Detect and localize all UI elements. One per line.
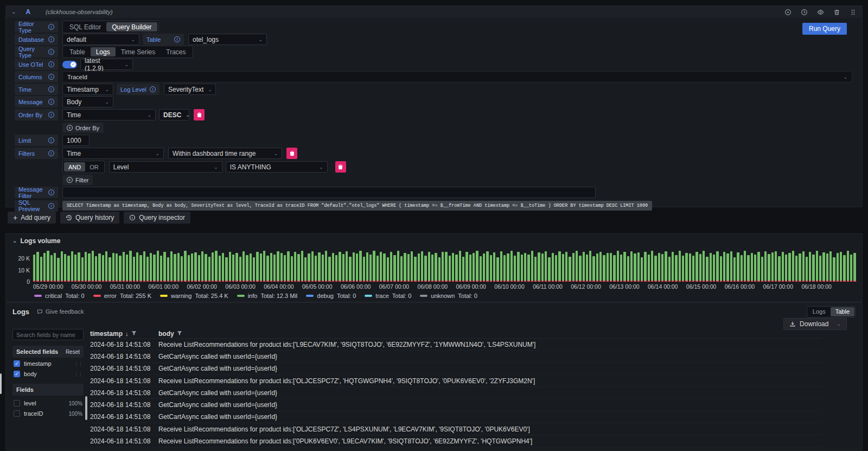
volume-bar[interactable] xyxy=(493,252,495,282)
volume-bar[interactable] xyxy=(754,255,756,282)
info-icon[interactable]: i xyxy=(48,36,54,42)
volume-bar[interactable] xyxy=(246,255,248,282)
volume-bar[interactable] xyxy=(675,255,677,282)
volume-bar[interactable] xyxy=(160,256,162,282)
filter-icon[interactable] xyxy=(131,330,137,338)
info-icon[interactable]: i xyxy=(48,137,54,143)
volume-bar[interactable] xyxy=(833,257,835,282)
volume-bar[interactable] xyxy=(315,256,317,282)
legend-item-debug[interactable]: debugTotal: 0 xyxy=(306,293,356,299)
volume-bar[interactable] xyxy=(661,254,663,282)
volume-bar[interactable] xyxy=(812,255,814,282)
volume-bar[interactable] xyxy=(235,253,238,282)
info-icon[interactable]: i xyxy=(48,61,54,67)
volume-bar[interactable] xyxy=(421,251,423,282)
volume-bar[interactable] xyxy=(627,256,629,282)
volume-bar[interactable] xyxy=(181,256,183,282)
or-option[interactable]: OR xyxy=(85,162,103,171)
volume-bar[interactable] xyxy=(795,256,797,282)
volume-bar[interactable] xyxy=(442,252,444,282)
logs-volume-header[interactable]: ⌄ Logs volume xyxy=(12,237,856,245)
volume-bar[interactable] xyxy=(843,255,845,282)
sort-desc-icon[interactable]: ↓ xyxy=(125,331,129,337)
volume-bar[interactable] xyxy=(311,251,314,282)
volume-bar[interactable] xyxy=(153,255,155,282)
volume-bar[interactable] xyxy=(266,256,269,282)
volume-bar[interactable] xyxy=(747,255,749,282)
legend-item-info[interactable]: infoTotal: 12.3 Mil xyxy=(237,293,298,299)
volume-bar[interactable] xyxy=(541,253,544,282)
volume-bar[interactable] xyxy=(116,253,118,282)
volume-bar[interactable] xyxy=(387,257,389,282)
volume-bar[interactable] xyxy=(198,255,200,282)
volume-bar[interactable] xyxy=(596,253,598,282)
field-checkbox[interactable] xyxy=(14,410,20,417)
volume-bar[interactable] xyxy=(418,253,420,282)
volume-bar[interactable] xyxy=(328,257,330,282)
volume-bar[interactable] xyxy=(689,253,691,282)
volume-bar[interactable] xyxy=(219,256,221,282)
volume-bar[interactable] xyxy=(397,251,399,282)
volume-bar[interactable] xyxy=(500,251,502,282)
volume-bar[interactable] xyxy=(668,257,671,282)
volume-bar[interactable] xyxy=(92,251,94,282)
volume-bar[interactable] xyxy=(562,254,564,282)
volume-bar[interactable] xyxy=(33,255,35,282)
volume-bar[interactable] xyxy=(332,253,334,282)
volume-bar[interactable] xyxy=(346,251,348,282)
volume-bar[interactable] xyxy=(191,253,193,282)
volume-bar[interactable] xyxy=(503,255,506,282)
volume-bar[interactable] xyxy=(150,253,152,282)
volume-bar[interactable] xyxy=(47,251,49,282)
volume-bar[interactable] xyxy=(847,251,849,282)
volume-bar[interactable] xyxy=(462,257,464,282)
volume-bar[interactable] xyxy=(339,252,341,282)
volume-bar[interactable] xyxy=(112,253,114,282)
volume-bar[interactable] xyxy=(802,251,805,282)
volume-bar[interactable] xyxy=(322,255,324,282)
volume-bar[interactable] xyxy=(212,252,214,282)
volume-bar[interactable] xyxy=(768,254,770,282)
volume-bar[interactable] xyxy=(67,256,69,282)
volume-bar[interactable] xyxy=(822,252,825,282)
volume-bar[interactable] xyxy=(318,252,320,282)
field-checkbox[interactable] xyxy=(14,400,20,406)
volume-bar[interactable] xyxy=(119,256,121,282)
volume-bar[interactable] xyxy=(699,254,701,282)
volume-bar[interactable] xyxy=(569,257,571,282)
view-option-logs[interactable]: Logs xyxy=(808,307,831,316)
volume-bar[interactable] xyxy=(284,255,286,282)
info-icon[interactable]: i xyxy=(48,112,54,118)
volume-bar[interactable] xyxy=(376,256,379,282)
download-button[interactable]: Download ⌄ xyxy=(783,318,847,330)
volume-bar[interactable] xyxy=(139,255,142,282)
volume-bar[interactable] xyxy=(733,257,736,282)
volume-bar[interactable] xyxy=(514,256,516,282)
columns-multiselect[interactable]: TraceId⌄ xyxy=(62,71,852,82)
volume-bar[interactable] xyxy=(785,255,787,282)
volume-bar[interactable] xyxy=(548,257,550,282)
volume-bar[interactable] xyxy=(737,252,739,282)
volume-bar[interactable] xyxy=(157,251,159,282)
volume-bar[interactable] xyxy=(792,251,794,282)
volume-bar[interactable] xyxy=(641,257,643,282)
drag-handle-icon[interactable]: ⋮⋮ xyxy=(74,371,82,377)
volume-bar[interactable] xyxy=(510,251,513,282)
volume-bar[interactable] xyxy=(411,251,413,282)
volume-bar[interactable] xyxy=(685,253,687,282)
volume-bar[interactable] xyxy=(819,256,821,282)
volume-bar[interactable] xyxy=(239,257,241,282)
volume-bar[interactable] xyxy=(706,257,708,282)
volume-bar[interactable] xyxy=(599,252,602,282)
volume-bar[interactable] xyxy=(174,254,176,282)
volume-bar[interactable] xyxy=(778,256,780,282)
volume-bar[interactable] xyxy=(603,255,605,282)
table-row[interactable]: 2024-06-18 14:51:08Receive ListRecommend… xyxy=(90,423,822,435)
volume-bar[interactable] xyxy=(545,251,547,282)
volume-bar[interactable] xyxy=(723,252,725,282)
volume-bar[interactable] xyxy=(531,251,533,282)
volume-bar[interactable] xyxy=(654,256,656,282)
volume-bar[interactable] xyxy=(373,251,375,282)
limit-input[interactable] xyxy=(62,135,90,146)
volume-bar[interactable] xyxy=(459,251,461,282)
